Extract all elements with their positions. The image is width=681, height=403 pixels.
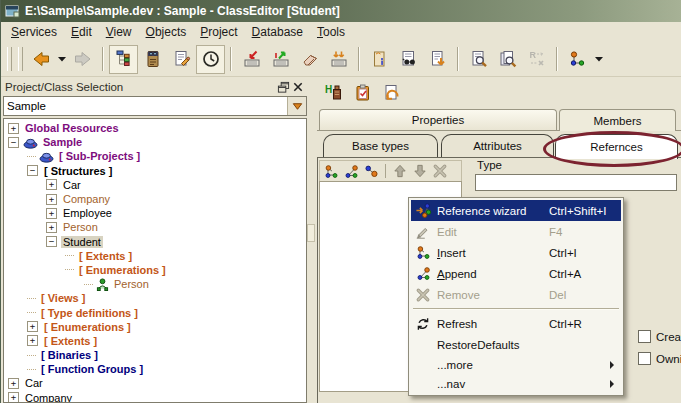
expand-icon[interactable]: + (27, 335, 38, 346)
tree-item-global-resources[interactable]: +Global Resources (4, 121, 306, 135)
remove-x-button[interactable] (431, 163, 448, 180)
script-info-button[interactable] (365, 45, 394, 74)
collapse-icon[interactable]: − (27, 165, 38, 176)
context-menu: Reference wizardCtrl+Shift+IEditF4Insert… (408, 197, 624, 396)
eraser-button[interactable] (295, 45, 324, 74)
document-export-button[interactable] (423, 45, 452, 74)
menu-item-refresh[interactable]: RefreshCtrl+R (411, 313, 621, 334)
checkbox-box[interactable] (638, 352, 651, 365)
object-book-button[interactable] (138, 45, 167, 74)
documents-find-button[interactable] (493, 45, 522, 74)
checkin-keyboard-button[interactable] (237, 45, 266, 74)
menu-tools[interactable]: Tools (310, 23, 352, 41)
tree-view-button[interactable] (109, 45, 138, 74)
up-arrow-button[interactable] (391, 163, 408, 180)
expand-icon[interactable]: + (8, 378, 19, 389)
checkbox-create[interactable]: Create (638, 330, 681, 343)
splitter-grip[interactable] (307, 224, 315, 242)
menu-item-insert[interactable]: InsertCtrl+I (411, 242, 621, 263)
reference-molecule-button[interactable] (563, 45, 592, 74)
tab-refernces[interactable]: Refernces (555, 134, 678, 159)
tree-item-person[interactable]: +Person (4, 220, 306, 234)
collapse-icon[interactable]: − (8, 137, 19, 148)
expand-icon[interactable]: + (46, 208, 57, 219)
menu-item-remove[interactable]: RemoveDel (411, 284, 621, 305)
tab-members[interactable]: Members (559, 109, 676, 131)
tree-item-company[interactable]: +Company (4, 391, 306, 403)
document-verify-button[interactable] (394, 45, 423, 74)
menu-item-nav[interactable]: ...nav (411, 374, 621, 393)
menu-item-restoredefaults[interactable]: RestoreDefaults (411, 334, 621, 355)
title-bar[interactable]: E:\Sample\Sample.dev : Sample - ClassEdi… (1, 0, 681, 22)
expand-icon[interactable]: + (8, 392, 19, 403)
tree-item-structures[interactable]: −[ Structures ] (4, 164, 306, 178)
tab-base-types[interactable]: Base types (323, 134, 438, 157)
editor-mode-button[interactable] (196, 45, 225, 74)
revert-document-button[interactable] (380, 81, 404, 105)
reference-insert-button[interactable] (323, 163, 340, 180)
tree-item-views[interactable]: [ Views ] (4, 291, 306, 305)
editor-mini-toolbar: H (317, 79, 680, 107)
expand-icon[interactable]: + (46, 179, 57, 190)
menu-project[interactable]: Project (193, 23, 244, 41)
project-combo[interactable]: Sample (3, 96, 307, 116)
tree-item-function-groups[interactable]: [ Function Groups ] (4, 362, 306, 376)
panel-splitter[interactable] (307, 78, 315, 403)
tree-item-car[interactable]: +Car (4, 178, 306, 192)
collapse-icon[interactable]: − (46, 236, 57, 247)
tree-item-student[interactable]: −Student (4, 235, 306, 249)
menu-edit[interactable]: Edit (64, 23, 99, 41)
reference-append-button[interactable] (343, 163, 360, 180)
expand-icon[interactable]: + (27, 321, 38, 332)
menu-database[interactable]: Database (245, 23, 310, 41)
tree-item-sub-projects[interactable]: [ Sub-Projects ] (4, 149, 306, 163)
menu-item-reference-wizard[interactable]: Reference wizardCtrl+Shift+I (411, 200, 621, 221)
menu-objects[interactable]: Objects (139, 23, 194, 41)
tree-item-sample[interactable]: −Sample (4, 135, 306, 149)
expand-icon[interactable]: + (46, 194, 57, 205)
menu-item-append[interactable]: AppendCtrl+A (411, 263, 621, 284)
expand-icon[interactable]: + (46, 222, 57, 233)
checkbox-box[interactable] (638, 330, 651, 343)
refactor-icon: R (528, 50, 546, 68)
tree-item-person[interactable]: Person (4, 277, 306, 291)
back-history-dropdown[interactable] (55, 46, 68, 73)
tree-item-extents[interactable]: [ Extents ] (4, 249, 306, 263)
tree-view-icon (115, 50, 133, 68)
reference-link-button[interactable] (363, 163, 380, 180)
tree-item-car[interactable]: +Car (4, 376, 306, 390)
checkout-keyboard-button[interactable] (266, 45, 295, 74)
keyboard-macro-button[interactable] (324, 45, 353, 74)
tree-item-extents[interactable]: +[ Extents ] (4, 334, 306, 348)
type-input[interactable] (475, 174, 677, 191)
combo-dropdown-button[interactable] (287, 97, 306, 115)
tree-item-employee[interactable]: +Employee (4, 206, 306, 220)
tree-item-label: [ Extents ] (77, 250, 134, 262)
menu-services[interactable]: Services (4, 23, 64, 41)
reference-dropdown[interactable] (592, 46, 605, 73)
tree-item-type-definitions[interactable]: [ Type definitions ] (4, 305, 306, 319)
document-find-button[interactable] (464, 45, 493, 74)
tab-properties[interactable]: Properties (319, 109, 557, 130)
tree-item-binaries[interactable]: [ Binaries ] (4, 348, 306, 362)
checkbox-owning[interactable]: Owning (638, 352, 681, 365)
menu-view[interactable]: View (99, 23, 139, 41)
menu-item-more[interactable]: ...more (411, 355, 621, 374)
down-arrow-button[interactable] (411, 163, 428, 180)
refactor-button[interactable]: R (522, 45, 551, 74)
grinder-h-button[interactable]: H (322, 81, 346, 105)
back-arrow-button[interactable] (26, 45, 55, 74)
documents-find-icon (499, 50, 517, 68)
tree-item-enumerations[interactable]: +[ Enumerations ] (4, 320, 306, 334)
float-panel-button[interactable] (276, 81, 290, 94)
expand-icon[interactable]: + (8, 123, 19, 134)
tree-item-company[interactable]: +Company (4, 192, 306, 206)
tab-attributes[interactable]: Attributes (441, 134, 554, 157)
menu-item-edit[interactable]: EditF4 (411, 221, 621, 242)
forward-arrow-button[interactable] (68, 45, 97, 74)
remove-x-icon (432, 163, 448, 179)
edit-document-button[interactable] (167, 45, 196, 74)
tree-item-enumerations[interactable]: [ Enumerations ] (4, 263, 306, 277)
clipboard-check-button[interactable] (351, 81, 375, 105)
close-panel-button[interactable] (291, 81, 305, 94)
